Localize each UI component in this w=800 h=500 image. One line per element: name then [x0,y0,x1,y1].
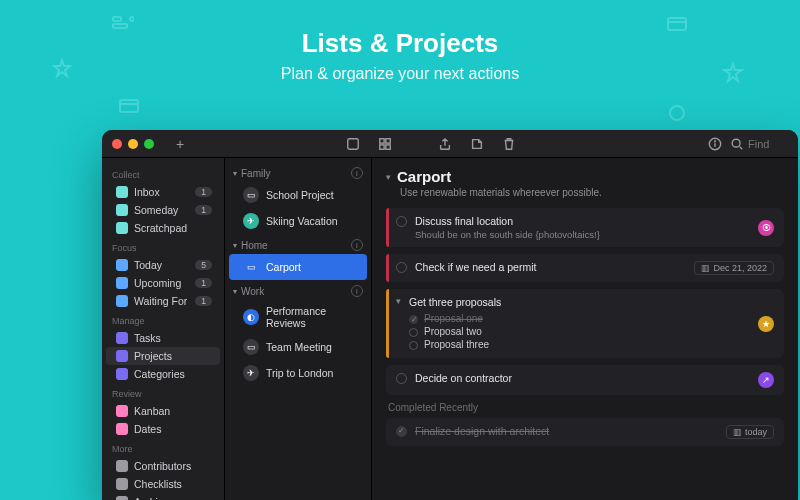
task-get-proposals[interactable]: ▾Get three proposalsProposal oneProposal… [386,289,784,358]
checkbox[interactable] [409,341,418,350]
project-icon: ▭ [243,187,259,203]
subtask-label: Proposal three [424,339,489,350]
sidebar-nav: CollectInbox1Someday1ScratchpadFocusToda… [102,158,224,500]
checkbox[interactable] [396,373,407,384]
project-item-performance-reviews[interactable]: ◐Performance Reviews [229,300,367,334]
checkbox[interactable] [396,216,407,227]
sidebar-item-label: Checklists [134,478,212,490]
subtask-row[interactable]: Proposal three [409,338,750,351]
sidebar-section-label: Review [102,383,224,402]
sidebar-section-label: Focus [102,237,224,256]
task-decide-contractor[interactable]: Decide on contractor↗ [386,365,784,395]
sidebar-item-someday[interactable]: Someday1 [106,201,220,219]
svg-rect-14 [386,144,390,148]
project-item-skiing-vacation[interactable]: ✈Skiing Vacation [229,208,367,234]
project-label: Team Meeting [266,341,332,353]
add-button[interactable]: + [168,136,192,152]
sidebar-item-today[interactable]: Today5 [106,256,220,274]
checkbox[interactable] [409,328,418,337]
task-note: Should be on the south side {photovoltai… [415,229,750,240]
info-icon[interactable] [700,137,730,151]
sidebar-item-checklists[interactable]: Checklists [106,475,220,493]
sidebar-item-inbox[interactable]: Inbox1 [106,183,220,201]
close-window-icon[interactable] [112,139,122,149]
sidebar-item-upcoming[interactable]: Upcoming1 [106,274,220,292]
due-date-chip[interactable]: ▥Dec 21, 2022 [694,261,774,275]
color-swatch-icon [116,368,128,380]
project-group-header[interactable]: ▾Worki [225,280,371,300]
color-swatch-icon [116,460,128,472]
task-check-permit[interactable]: Check if we need a permit▥Dec 21, 2022 [386,254,784,282]
sidebar-section-label: Collect [102,164,224,183]
project-item-trip-to-london[interactable]: ✈Trip to London [229,360,367,386]
sidebar-item-contributors[interactable]: Contributors [106,457,220,475]
minimize-window-icon[interactable] [128,139,138,149]
tag-icon[interactable]: ↗ [758,372,774,388]
sidebar-item-waiting[interactable]: Waiting For1 [106,292,220,310]
info-icon[interactable]: i [351,167,363,179]
project-item-school-project[interactable]: ▭School Project [229,182,367,208]
sidebar-item-label: Kanban [134,405,212,417]
svg-rect-4 [120,100,138,112]
project-icon: ◐ [243,309,259,325]
chevron-down-icon: ▾ [233,287,237,296]
sidebar-item-projects[interactable]: Projects [106,347,220,365]
sidebar-item-scratchpad[interactable]: Scratchpad [106,219,220,237]
tag-icon[interactable]: ★ [758,316,774,332]
chevron-down-icon[interactable]: ▾ [386,172,391,182]
priority-bar [386,254,389,282]
sidebar-item-label: Tasks [134,332,212,344]
group-label: Family [241,168,270,179]
project-title: Carport [397,168,451,185]
share-icon[interactable] [430,137,460,151]
checkbox[interactable] [396,426,407,437]
tag-icon[interactable]: ⦿ [758,220,774,236]
task-title: Get three proposals [409,296,750,308]
completed-task-finalize-design[interactable]: Finalize design with architect▥today [386,418,784,446]
project-item-team-meeting[interactable]: ▭Team Meeting [229,334,367,360]
sidebar-item-tasks[interactable]: Tasks [106,329,220,347]
project-subtitle: Use renewable materials whereever possib… [400,187,784,198]
sidebar-item-archive[interactable]: Archive [106,493,220,500]
color-swatch-icon [116,204,128,216]
project-item-carport[interactable]: ▭Carport [229,254,367,280]
task-title: Decide on contractor [415,372,750,384]
task-title: Finalize design with architect [415,425,718,437]
find-input[interactable] [748,138,788,150]
subtask-row[interactable]: Proposal one [409,312,750,325]
group-label: Home [241,240,268,251]
project-group-header[interactable]: ▾Familyi [225,162,371,182]
chevron-down-icon[interactable]: ▾ [396,296,401,351]
sidebar-item-dates[interactable]: Dates [106,420,220,438]
project-group-header[interactable]: ▾Homei [225,234,371,254]
svg-rect-11 [380,138,384,142]
move-icon[interactable] [462,137,492,151]
sidebar-item-label: Waiting For [134,295,189,307]
color-swatch-icon [116,277,128,289]
checkbox[interactable] [396,262,407,273]
task-discuss-location[interactable]: Discuss final locationShould be on the s… [386,208,784,247]
trash-icon[interactable] [494,137,524,151]
sidebar-item-kanban[interactable]: Kanban [106,402,220,420]
layout-grid-icon[interactable] [370,137,400,151]
subtask-row[interactable]: Proposal two [409,325,750,338]
color-swatch-icon [116,350,128,362]
project-label: School Project [266,189,334,201]
project-label: Performance Reviews [266,305,359,329]
zoom-window-icon[interactable] [144,139,154,149]
svg-rect-13 [380,144,384,148]
layout-single-icon[interactable] [338,137,368,151]
app-window: + [102,130,798,500]
info-icon[interactable]: i [351,239,363,251]
project-icon: ✈ [243,365,259,381]
titlebar: + [102,130,798,158]
color-swatch-icon [116,478,128,490]
chevron-down-icon: ▾ [233,241,237,250]
info-icon[interactable]: i [351,285,363,297]
checkbox[interactable] [409,315,418,324]
completed-date-chip: ▥today [726,425,774,439]
find-field[interactable] [730,137,798,151]
subtask-label: Proposal two [424,326,482,337]
sidebar-item-categories[interactable]: Categories [106,365,220,383]
sidebar-item-label: Projects [134,350,212,362]
